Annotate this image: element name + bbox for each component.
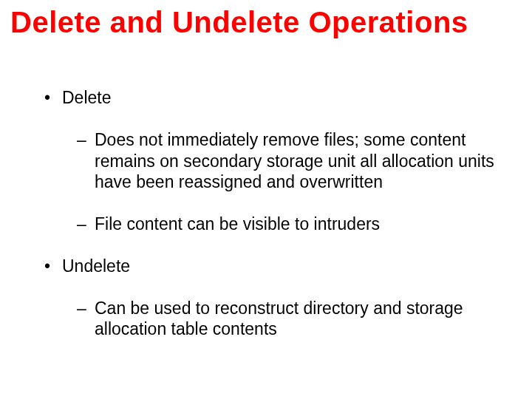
subbullet-undelete-1: Can be used to reconstruct directory and… (77, 298, 502, 341)
slide: Delete and Undelete Operations Delete Do… (0, 0, 532, 399)
bullet-delete: Delete (44, 87, 502, 109)
bullet-undelete: Undelete (44, 256, 502, 277)
subbullet-delete-2: File content can be visible to intruders (77, 214, 502, 235)
slide-body: Delete Does not immediately remove files… (44, 74, 502, 347)
subbullet-delete-1: Does not immediately remove files; some … (77, 129, 502, 193)
slide-title: Delete and Undelete Operations (10, 6, 525, 38)
